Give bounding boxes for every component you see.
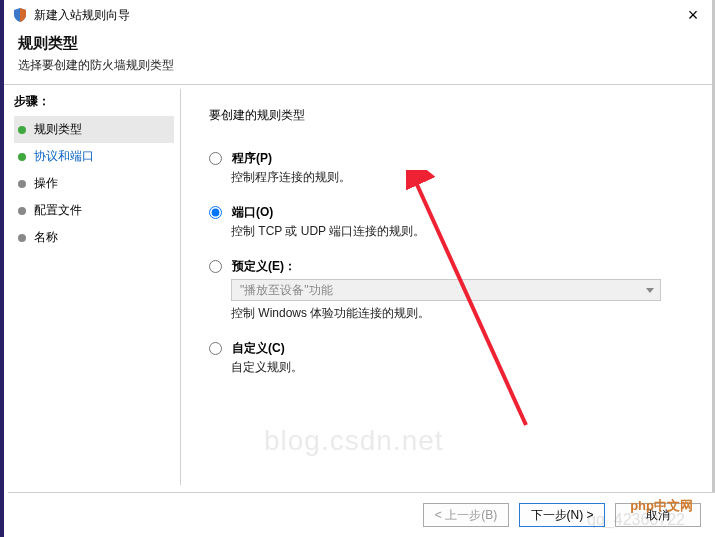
main-panel: 要创建的规则类型 程序(P) 控制程序连接的规则。 端口(O) 控制 TCP 或… <box>181 85 715 485</box>
main-prompt: 要创建的规则类型 <box>209 107 691 124</box>
shield-icon <box>12 7 28 23</box>
step-label: 操作 <box>34 175 58 192</box>
option-program: 程序(P) 控制程序连接的规则。 <box>209 150 691 186</box>
step-label: 协议和端口 <box>34 148 94 165</box>
bullet-icon <box>18 153 26 161</box>
bullet-icon <box>18 126 26 134</box>
option-port-desc: 控制 TCP 或 UDP 端口连接的规则。 <box>231 223 691 240</box>
step-label: 规则类型 <box>34 121 82 138</box>
step-label: 名称 <box>34 229 58 246</box>
steps-title: 步骤： <box>14 93 174 110</box>
option-program-desc: 控制程序连接的规则。 <box>231 169 691 186</box>
page-subtitle: 选择要创建的防火墙规则类型 <box>18 57 701 74</box>
option-program-row[interactable]: 程序(P) <box>209 150 691 167</box>
radio-custom[interactable] <box>209 342 222 355</box>
option-port-row[interactable]: 端口(O) <box>209 204 691 221</box>
step-protocol-port[interactable]: 协议和端口 <box>14 143 174 170</box>
next-button[interactable]: 下一步(N) > <box>519 503 605 527</box>
steps-sidebar: 步骤： 规则类型 协议和端口 操作 配置文件 名称 <box>4 85 180 485</box>
bullet-icon <box>18 180 26 188</box>
option-program-label: 程序(P) <box>232 150 272 167</box>
option-port-label: 端口(O) <box>232 204 273 221</box>
wizard-header: 规则类型 选择要创建的防火墙规则类型 <box>4 28 715 84</box>
step-label: 配置文件 <box>34 202 82 219</box>
option-custom-label: 自定义(C) <box>232 340 285 357</box>
option-predefined: 预定义(E)： "播放至设备"功能 控制 Windows 体验功能连接的规则。 <box>209 258 691 322</box>
radio-port[interactable] <box>209 206 222 219</box>
step-name[interactable]: 名称 <box>14 224 174 251</box>
option-predefined-row[interactable]: 预定义(E)： <box>209 258 691 275</box>
step-action[interactable]: 操作 <box>14 170 174 197</box>
close-button[interactable]: × <box>681 7 705 23</box>
predefined-dropdown[interactable]: "播放至设备"功能 <box>231 279 661 301</box>
option-custom-desc: 自定义规则。 <box>231 359 691 376</box>
option-custom: 自定义(C) 自定义规则。 <box>209 340 691 376</box>
footer-buttons: < 上一步(B) 下一步(N) > 取消 <box>8 492 715 537</box>
titlebar: 新建入站规则向导 × <box>4 0 715 28</box>
option-custom-row[interactable]: 自定义(C) <box>209 340 691 357</box>
option-port: 端口(O) 控制 TCP 或 UDP 端口连接的规则。 <box>209 204 691 240</box>
option-predefined-label: 预定义(E)： <box>232 258 296 275</box>
bullet-icon <box>18 207 26 215</box>
cancel-button[interactable]: 取消 <box>615 503 701 527</box>
radio-program[interactable] <box>209 152 222 165</box>
window-title: 新建入站规则向导 <box>34 7 681 24</box>
step-profile[interactable]: 配置文件 <box>14 197 174 224</box>
step-rule-type[interactable]: 规则类型 <box>14 116 174 143</box>
back-button[interactable]: < 上一步(B) <box>423 503 509 527</box>
bullet-icon <box>18 234 26 242</box>
page-title: 规则类型 <box>18 34 701 53</box>
radio-predefined[interactable] <box>209 260 222 273</box>
option-predefined-desc: 控制 Windows 体验功能连接的规则。 <box>231 305 691 322</box>
